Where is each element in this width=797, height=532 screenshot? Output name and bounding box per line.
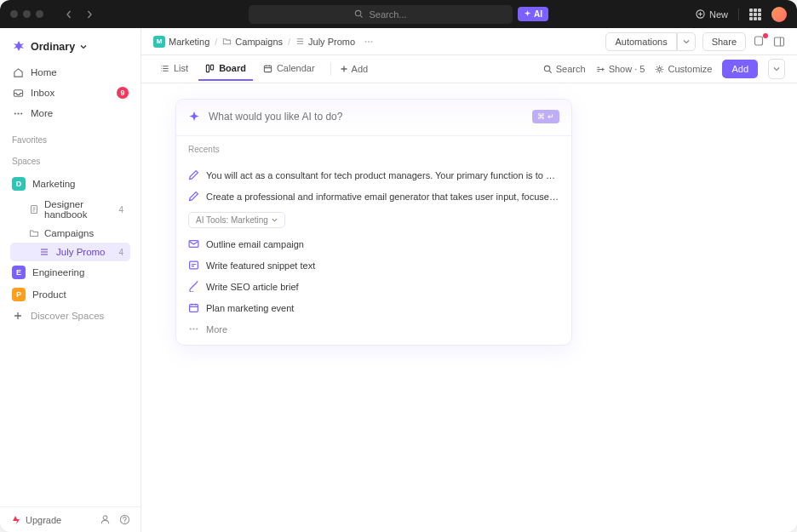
spaces-label: Spaces xyxy=(0,148,140,169)
svg-point-0 xyxy=(356,10,361,15)
topbar: Search... AI New xyxy=(0,0,797,28)
ai-tool-plan-event[interactable]: Plan marketing event xyxy=(176,297,571,318)
ai-tool-snippet[interactable]: Write featured snippet text xyxy=(176,255,571,276)
ai-modal: ⌘ ↵ Recents You will act as a consultant… xyxy=(175,99,572,346)
svg-point-18 xyxy=(658,67,662,71)
ai-input[interactable] xyxy=(209,111,524,123)
notification-icon[interactable] xyxy=(753,35,766,49)
breadcrumb-marketing[interactable]: M Marketing xyxy=(153,36,209,48)
calendar-icon xyxy=(188,302,199,313)
svg-point-10 xyxy=(368,41,370,43)
toolbar-search[interactable]: Search xyxy=(543,64,586,74)
folder-icon xyxy=(222,37,232,46)
space-marketing[interactable]: D Marketing xyxy=(5,173,135,195)
show-icon xyxy=(596,65,605,74)
upgrade-icon xyxy=(10,515,20,525)
close-window[interactable] xyxy=(10,10,18,18)
space-icon: M xyxy=(153,36,165,48)
space-product[interactable]: P Product xyxy=(5,283,135,306)
svg-rect-15 xyxy=(211,65,214,70)
snippet-icon xyxy=(188,260,199,271)
list-icon xyxy=(295,37,305,46)
panel-icon[interactable] xyxy=(773,36,785,48)
search-placeholder: Search... xyxy=(369,9,406,20)
toolbar-show[interactable]: Show · 5 xyxy=(596,64,645,74)
toolbar: List Board Calendar Add xyxy=(141,55,797,83)
maximize-window[interactable] xyxy=(36,10,43,18)
inbox-badge: 9 xyxy=(117,87,129,99)
recent-item[interactable]: Create a professional and informative em… xyxy=(176,186,571,207)
ai-button[interactable]: AI xyxy=(518,7,548,21)
svg-point-4 xyxy=(17,112,19,114)
automations-button[interactable]: Automations xyxy=(605,32,695,51)
discover-spaces[interactable]: Discover Spaces xyxy=(5,306,135,326)
view-calendar[interactable]: Calendar xyxy=(256,57,322,81)
svg-point-23 xyxy=(192,328,194,329)
user-avatar[interactable] xyxy=(771,7,787,22)
space-icon: D xyxy=(12,177,26,191)
svg-point-7 xyxy=(103,516,107,520)
minimize-window[interactable] xyxy=(23,10,31,18)
breadcrumb-july-promo[interactable]: July Promo xyxy=(295,37,355,47)
svg-point-11 xyxy=(371,41,373,43)
upgrade-link[interactable]: Upgrade xyxy=(26,515,61,525)
share-button[interactable]: Share xyxy=(702,32,746,51)
svg-point-3 xyxy=(14,112,15,114)
ai-tools-selector[interactable]: AI Tools: Marketing xyxy=(188,212,285,228)
apps-icon[interactable] xyxy=(749,9,761,20)
view-list[interactable]: List xyxy=(153,57,195,81)
calendar-icon xyxy=(263,64,272,73)
add-button[interactable]: Add xyxy=(722,60,758,78)
breadcrumb-campaigns[interactable]: Campaigns xyxy=(222,37,283,47)
recents-label: Recents xyxy=(188,145,559,154)
space-icon: E xyxy=(12,266,26,279)
ai-tool-outline-email[interactable]: Outline email campaign xyxy=(176,233,571,255)
svg-point-5 xyxy=(20,112,22,114)
plus-icon xyxy=(340,65,348,73)
notification-dot xyxy=(763,33,768,38)
ai-tool-seo[interactable]: Write SEO article brief xyxy=(176,276,571,297)
list-icon xyxy=(39,247,49,257)
gear-icon xyxy=(655,65,664,74)
breadcrumb: M Marketing / Campaigns / July Promo xyxy=(153,36,374,48)
workspace-selector[interactable]: Ordinary xyxy=(0,35,140,59)
sidebar-inbox[interactable]: Inbox 9 xyxy=(5,83,135,103)
board-icon xyxy=(205,64,215,73)
home-icon xyxy=(13,67,24,78)
search-input[interactable]: Search... xyxy=(249,5,513,24)
more-icon xyxy=(13,108,24,119)
plus-icon xyxy=(13,311,23,321)
person-icon[interactable] xyxy=(100,514,111,525)
sidebar-july-promo[interactable]: July Promo 4 xyxy=(10,243,130,261)
toolbar-customize[interactable]: Customize xyxy=(655,64,712,74)
nav-forward[interactable] xyxy=(81,6,98,23)
link-icon xyxy=(188,281,199,292)
svg-rect-12 xyxy=(755,37,763,45)
more-icon[interactable] xyxy=(364,37,374,47)
svg-point-17 xyxy=(544,66,549,71)
plus-circle-icon xyxy=(696,9,705,19)
folder-icon xyxy=(29,228,39,238)
svg-point-22 xyxy=(190,328,192,329)
recent-item[interactable]: You will act as a consultant for tech pr… xyxy=(176,164,571,186)
header: M Marketing / Campaigns / July Promo xyxy=(141,28,797,55)
sidebar-designer-handbook[interactable]: Designer handbook 4 xyxy=(10,195,130,224)
list-icon xyxy=(160,64,169,73)
nav-back[interactable] xyxy=(60,6,77,23)
chevron-down-icon xyxy=(80,43,87,50)
new-button[interactable]: New xyxy=(696,9,728,20)
sidebar-home[interactable]: Home xyxy=(5,62,135,83)
help-icon[interactable] xyxy=(119,514,130,525)
inbox-icon xyxy=(13,88,24,99)
svg-point-24 xyxy=(196,328,198,329)
view-board[interactable]: Board xyxy=(198,57,253,81)
ai-more[interactable]: More xyxy=(176,318,571,340)
sidebar-campaigns[interactable]: Campaigns xyxy=(10,224,130,243)
svg-rect-16 xyxy=(264,66,271,72)
space-engineering[interactable]: E Engineering xyxy=(5,261,135,283)
add-more-dropdown[interactable] xyxy=(768,59,785,79)
add-view[interactable]: Add xyxy=(340,64,369,74)
traffic-lights xyxy=(10,10,43,18)
sidebar-more[interactable]: More xyxy=(5,103,135,123)
automations-dropdown[interactable] xyxy=(677,32,696,51)
